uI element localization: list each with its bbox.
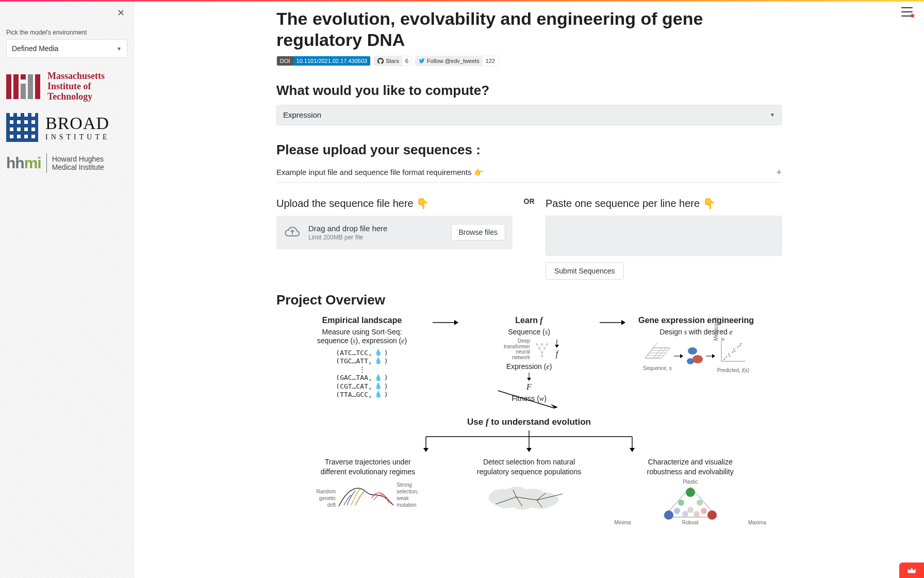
crown-icon	[907, 567, 916, 574]
project-overview-diagram: Empirical landscape Measure using Sort-S…	[276, 315, 782, 526]
svg-point-62	[694, 511, 700, 517]
svg-line-10	[539, 344, 542, 348]
page-title: The evolution, evolvability and engineer…	[276, 8, 782, 51]
svg-line-9	[537, 344, 539, 348]
main-menu-button[interactable]	[901, 7, 913, 17]
main-panel: The evolution, evolvability and engineer…	[134, 0, 924, 578]
chevron-down-icon: ▼	[770, 112, 775, 118]
svg-point-55	[707, 510, 717, 520]
plus-icon: +	[776, 167, 782, 178]
svg-marker-1	[454, 320, 458, 325]
arrow-right-icon	[706, 354, 715, 359]
broad-mark-icon	[6, 113, 38, 142]
svg-marker-28	[712, 354, 715, 358]
landscape-icon	[338, 483, 394, 508]
mit-mark-icon	[6, 74, 40, 99]
panel-engineering: Gene expression engineering Design s wit…	[631, 315, 761, 374]
doi-badge[interactable]: DOI 10.1101/2021.02.17.430503	[276, 56, 371, 66]
svg-point-54	[664, 510, 673, 520]
arrow-down-icon	[554, 340, 560, 348]
broad-logo-text-big: BROAD	[45, 114, 110, 133]
paste-sequence-textarea[interactable]	[546, 216, 782, 256]
svg-marker-49	[423, 448, 428, 452]
svg-marker-21	[621, 320, 625, 325]
svg-point-39	[737, 346, 738, 348]
compute-select[interactable]: Expression ▼	[276, 105, 782, 125]
hhmi-logo: hhmi Howard Hughes Medical Institute	[6, 153, 127, 173]
upload-heading: Please upload your sequences :	[276, 142, 782, 158]
badge-row: DOI 10.1101/2021.02.17.430503 Stars 6	[276, 56, 782, 66]
arrow-right-icon	[674, 354, 683, 359]
notification-dot-icon	[911, 14, 914, 18]
svg-point-56	[678, 500, 684, 506]
svg-point-34	[729, 356, 730, 357]
cloud-upload-icon	[284, 226, 301, 239]
hhmi-mark-icon: hhmi	[6, 154, 41, 172]
svg-marker-17	[555, 345, 559, 348]
sidebar-logos: Massachusetts Institute of Technology BR…	[6, 71, 127, 173]
svg-point-38	[733, 348, 734, 350]
svg-point-36	[732, 351, 733, 353]
arrow-down-icon	[526, 373, 532, 381]
twitter-follow-label: Follow @edv_tweets	[427, 58, 480, 64]
environment-select[interactable]: Defined Media ▼	[6, 39, 127, 58]
twitter-follow-count: 122	[483, 56, 498, 66]
svg-line-11	[542, 344, 544, 348]
panel-robustness: Characterize and visualize robustness an…	[614, 457, 766, 525]
svg-point-37	[734, 350, 735, 352]
svg-marker-19	[527, 378, 531, 381]
branch-connector-icon	[395, 429, 663, 453]
doi-badge-value: 10.1101/2021.02.17.430503	[293, 56, 371, 66]
browse-files-button[interactable]: Browse files	[451, 224, 505, 240]
panel-empirical-landscape: Empirical landscape Measure using Sort-S…	[297, 315, 427, 399]
arrow-diagonal-icon	[493, 388, 565, 413]
svg-point-41	[740, 343, 741, 345]
use-f-heading: Use f to understand evolution	[276, 416, 782, 427]
svg-point-32	[723, 359, 725, 360]
github-stars-count: 6	[402, 56, 411, 66]
arrow-right-icon	[430, 318, 461, 327]
file-dropzone[interactable]: Drag and drop file here Limit 200MB per …	[276, 216, 513, 249]
svg-line-14	[542, 348, 544, 352]
twitter-follow-badge[interactable]: Follow @edv_tweets 122	[415, 56, 499, 66]
submit-sequences-button[interactable]: Submit Sequences	[546, 262, 624, 280]
svg-line-42	[498, 391, 555, 408]
grid-icon	[643, 341, 672, 363]
svg-marker-23	[680, 354, 683, 358]
svg-line-13	[539, 348, 542, 352]
github-stars-badge[interactable]: Stars 6	[374, 56, 412, 66]
help-fab-button[interactable]	[899, 563, 924, 578]
svg-point-60	[682, 511, 688, 517]
paste-sequence-heading: Paste one sequence per line here 👇	[546, 197, 716, 210]
example-input-expander[interactable]: Example input file and sequence file for…	[276, 163, 782, 183]
compute-heading: What would you like to compute?	[276, 83, 782, 99]
svg-point-25	[692, 355, 703, 363]
hhmi-logo-text-l1: Howard Hughes	[52, 155, 104, 163]
broad-logo: BROAD INSTITUTE	[6, 113, 127, 142]
github-icon	[377, 58, 384, 64]
hhmi-logo-text-l2: Medical Institute	[52, 163, 104, 171]
scatter-plot-icon	[717, 339, 747, 365]
close-sidebar-button[interactable]: ✕	[115, 7, 126, 19]
overview-heading: Project Overview	[276, 292, 782, 308]
svg-point-24	[688, 347, 697, 355]
upload-file-heading: Upload the sequence file here 👇	[276, 197, 513, 210]
dropzone-text-l1: Drag and drop file here	[308, 224, 387, 233]
panel-selection: Detect selection from natural regulatory…	[453, 457, 605, 525]
compute-select-value: Expression	[283, 110, 321, 119]
svg-point-26	[687, 358, 694, 364]
mit-logo-text: Massachusetts Institute of Technology	[47, 71, 114, 102]
svg-point-58	[674, 508, 680, 514]
svg-marker-50	[526, 448, 532, 452]
panel-trajectories: Traverse trajectories under different ev…	[292, 457, 444, 525]
svg-point-33	[725, 357, 727, 358]
triangle-cluster-icon	[659, 485, 721, 521]
mit-logo: Massachusetts Institute of Technology	[6, 71, 127, 102]
doi-badge-label: DOI	[277, 56, 293, 66]
svg-point-35	[728, 354, 729, 355]
github-stars-label: Stars	[386, 58, 399, 64]
svg-marker-51	[630, 448, 635, 452]
arrow-right-icon	[597, 318, 628, 327]
twitter-icon	[419, 58, 425, 64]
blob-icon	[685, 345, 704, 367]
